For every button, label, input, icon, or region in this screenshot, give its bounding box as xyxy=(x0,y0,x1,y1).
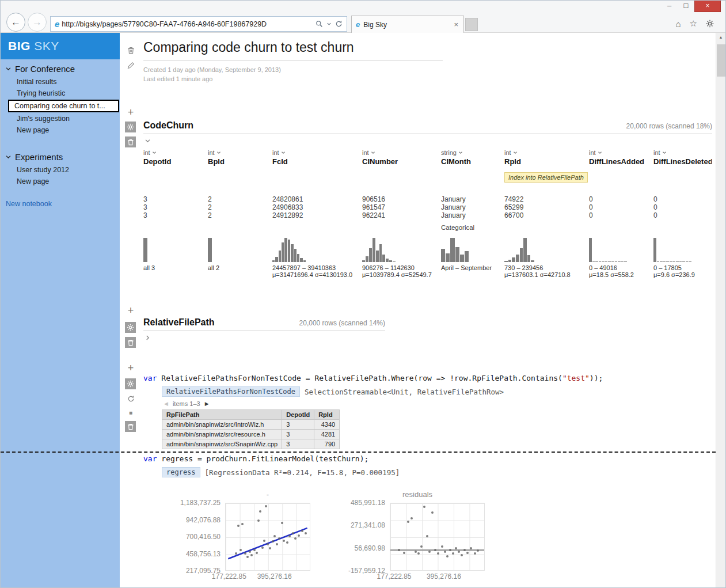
relativefilepath-expand-chevron-icon[interactable] xyxy=(143,331,385,344)
column-depotid: int DepotId 3 3 3 all 3 xyxy=(143,148,208,278)
relativefilepath-title[interactable]: RelativeFilePath xyxy=(143,317,215,328)
tab-close-icon[interactable]: × xyxy=(453,21,459,28)
new-notebook-link[interactable]: New notebook xyxy=(1,200,120,208)
table-cell: 3 xyxy=(282,430,314,439)
result-pager: ◀ items 1–3 ▶ xyxy=(164,400,712,407)
table-header[interactable]: RpId xyxy=(314,410,340,420)
column-sample-values: 74922 65299 66700 xyxy=(504,195,589,224)
column-stats: μ=18.5 σ=558.2 xyxy=(589,271,653,278)
sidebar-item-new-page-1[interactable]: New page xyxy=(1,124,120,136)
column-type-dropdown[interactable]: int xyxy=(143,148,208,157)
rerun-cell-icon[interactable] xyxy=(125,393,136,404)
relativefilepath-section: RelativeFilePath 20,000 rows (scanned 14… xyxy=(143,317,385,344)
delete-cell-icon[interactable] xyxy=(125,136,136,147)
add-cell-icon[interactable]: + xyxy=(125,107,136,118)
y-tick: 485,991.18 xyxy=(351,499,385,507)
column-type-dropdown[interactable]: int xyxy=(272,148,362,157)
column-name: BpId xyxy=(208,157,272,170)
column-histogram xyxy=(504,238,534,262)
column-rpid: int RpId Index into RelativeFilePath 749… xyxy=(504,148,589,278)
y-tick: 700,416.50 xyxy=(186,533,221,541)
column-type-dropdown[interactable]: int xyxy=(208,148,272,157)
column-type: string xyxy=(441,149,457,156)
result-chip[interactable]: RelativeFilePathsForNonTestCode xyxy=(162,386,300,397)
column-name: DepotId xyxy=(143,157,208,170)
search-icon[interactable] xyxy=(316,20,323,28)
scroll-up-arrow[interactable]: ▲ xyxy=(716,33,725,42)
column-type-dropdown[interactable]: int xyxy=(362,148,441,157)
settings-gear-icon[interactable] xyxy=(706,20,714,28)
sidebar-item-initial-results[interactable]: Initial results xyxy=(1,76,120,88)
favorites-star-icon[interactable]: ☆ xyxy=(690,18,697,29)
delete-page-icon[interactable] xyxy=(125,44,136,56)
delete-cell-icon[interactable] xyxy=(125,337,136,348)
sidebar-item-user-study-2012[interactable]: User study 2012 xyxy=(1,164,120,176)
address-dropdown-icon[interactable] xyxy=(326,21,332,26)
minimize-button[interactable]: – xyxy=(661,1,678,12)
table-cell: 4340 xyxy=(314,420,340,430)
table-header[interactable]: DepotId xyxy=(282,410,314,420)
column-name: DiffLinesDeleted xyxy=(653,157,712,170)
fit-plot: 177,222.85 395,276.16 xyxy=(225,503,310,571)
close-button[interactable]: × xyxy=(694,1,721,12)
table-cell: admin/bin/snapinwiz/src/resource.h xyxy=(162,430,282,439)
column-cimonth: string CIMonth January January January C… xyxy=(441,148,504,278)
table-cell: admin/bin/snapinwiz/src/SnapinWiz.cpp xyxy=(162,439,282,449)
table-cell: 3 xyxy=(282,420,314,430)
column-name: CIMonth xyxy=(441,157,504,170)
sidebar-item-comparing-code-churn[interactable]: Comparing code churn to t... xyxy=(8,100,119,112)
code-line[interactable]: var RelativeFilePathsForNonTestCode = Re… xyxy=(143,374,712,382)
edit-pencil-icon[interactable] xyxy=(125,59,136,71)
column-type-dropdown[interactable]: string xyxy=(441,148,504,157)
column-name: FcId xyxy=(272,157,362,170)
fit-chart: 1,183,737.25 942,076.88 700,416.50 458,7… xyxy=(163,490,310,571)
maximize-button[interactable]: □ xyxy=(678,1,694,12)
column-sample-values: January January January xyxy=(441,195,504,224)
page-title[interactable]: Comparing code churn to test churn xyxy=(143,40,443,60)
column-range: 730 – 239456 xyxy=(504,264,589,271)
column-type: int xyxy=(653,149,660,156)
add-cell-icon[interactable]: + xyxy=(125,305,136,316)
x-tick: 395,276.16 xyxy=(257,572,292,581)
code-string: "test" xyxy=(562,374,590,382)
sidebar-section-experiments[interactable]: Experiments xyxy=(1,147,120,164)
pager-prev-icon[interactable]: ◀ xyxy=(164,401,168,407)
address-bar[interactable]: e http://bigsky/pages/57790C80-FAA7-4766… xyxy=(50,16,347,32)
cell-settings-gear-icon[interactable] xyxy=(125,122,136,132)
home-icon[interactable]: ⌂ xyxy=(675,19,681,29)
column-sample-values: 0 0 0 xyxy=(653,195,712,224)
cell-settings-gear-icon[interactable] xyxy=(125,322,136,333)
column-type: int xyxy=(272,149,279,156)
new-tab-button[interactable] xyxy=(465,18,478,31)
sidebar-section-for-conference[interactable]: For Conference xyxy=(1,59,120,76)
column-type-dropdown[interactable]: int xyxy=(589,148,653,157)
column-type-dropdown[interactable]: int xyxy=(504,148,589,157)
delete-cell-icon[interactable] xyxy=(125,421,136,432)
table-header[interactable]: RpFilePath xyxy=(162,410,282,420)
sidebar-item-trying-heuristic[interactable]: Trying heuristic xyxy=(1,88,120,99)
chevron-down-icon xyxy=(458,150,463,155)
back-button[interactable]: ← xyxy=(6,13,25,32)
column-difflinesdeleted: int DiffLinesDeleted 0 0 0 0 – 17805 μ=9… xyxy=(653,148,712,278)
refresh-icon[interactable] xyxy=(335,20,343,28)
forward-button[interactable]: → xyxy=(28,13,47,32)
url-text[interactable]: http://bigsky/pages/57790C80-FAA7-4766-A… xyxy=(62,20,316,28)
pager-next-icon[interactable]: ▶ xyxy=(205,401,209,407)
codechurn-title[interactable]: CodeChurn xyxy=(143,120,193,131)
codechurn-collapse-chevron-icon[interactable] xyxy=(143,134,712,147)
cell-settings-gear-icon[interactable] xyxy=(125,378,136,389)
column-name: DiffLinesAdded xyxy=(589,157,653,170)
column-difflinesadded: int DiffLinesAdded 0 0 0 0 – 49016 μ=18.… xyxy=(589,148,653,278)
stop-cell-icon[interactable]: ■ xyxy=(125,407,136,418)
codechurn-columns: int DepotId 3 3 3 all 3 int BpId xyxy=(143,148,712,278)
browser-tab[interactable]: e Big Sky × xyxy=(351,16,464,33)
add-cell-icon[interactable]: + xyxy=(125,362,136,374)
column-type-dropdown[interactable]: int xyxy=(653,148,712,157)
sidebar-item-jims-suggestion[interactable]: Jim's suggestion xyxy=(1,113,120,124)
result-chip[interactable]: regress xyxy=(162,467,200,477)
table-row: admin/bin/snapinwiz/src/SnapinWiz.cpp 3 … xyxy=(162,439,340,449)
code-line[interactable]: var regress = prodChurn.FitLinearModel(t… xyxy=(143,454,712,463)
sidebar-item-new-page-2[interactable]: New page xyxy=(1,176,120,187)
bigsky-logo: BIG SKY xyxy=(1,33,120,59)
scrollbar-thumb[interactable] xyxy=(717,44,725,77)
